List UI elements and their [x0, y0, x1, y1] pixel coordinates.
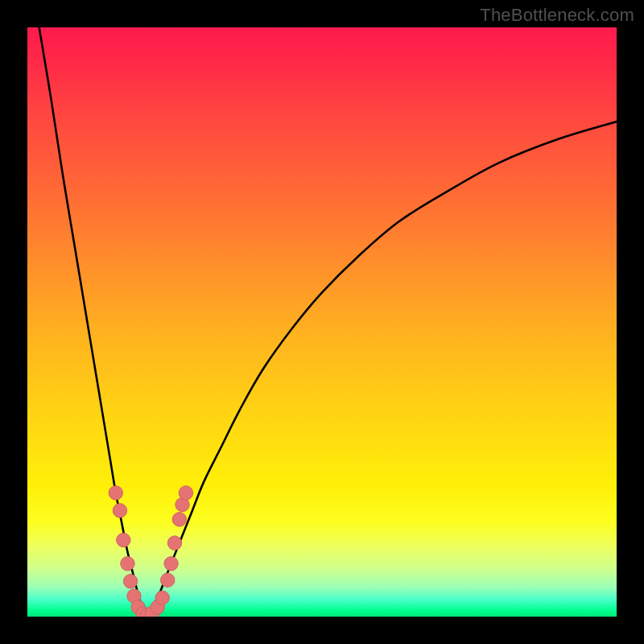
marker-dot	[167, 536, 181, 550]
marker-dot	[121, 556, 134, 570]
curve-left-branch	[39, 27, 146, 617]
marker-dot	[164, 556, 178, 570]
marker-dot	[172, 513, 186, 526]
chart-frame: TheBottleneck.com	[0, 0, 644, 644]
watermark-text: TheBottleneck.com	[480, 5, 634, 26]
series-group	[39, 27, 617, 617]
chart-svg	[27, 27, 617, 617]
plot-area	[27, 27, 617, 617]
marker-dot	[123, 574, 137, 588]
marker-dot	[109, 486, 122, 500]
marker-dot	[117, 533, 130, 547]
curve-right-branch	[145, 122, 617, 617]
marker-dot	[161, 573, 175, 587]
marker-dot	[113, 504, 126, 518]
marker-dot	[179, 486, 192, 500]
marker-dot	[155, 591, 169, 605]
marker-group	[109, 486, 193, 617]
